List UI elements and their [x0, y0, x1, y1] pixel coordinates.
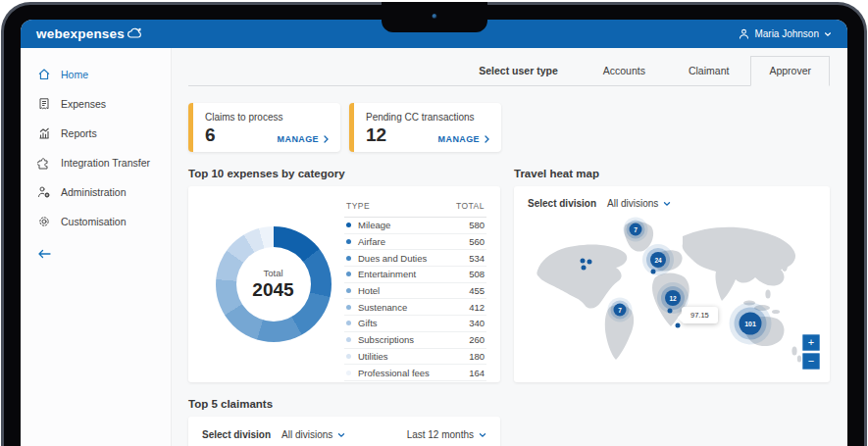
- chevron-down-icon: [663, 201, 671, 207]
- chevron-right-icon: [324, 135, 329, 143]
- map-box[interactable]: 97.15 + − 724127101: [528, 217, 816, 364]
- category-total: 580: [469, 220, 485, 230]
- sidebar-item-label: Administration: [61, 186, 127, 198]
- expense-table-body: Mileage580Airfare560Dues and Duties534En…: [344, 218, 486, 381]
- table-row: Airfare560: [344, 234, 486, 251]
- category-dot: [346, 256, 351, 261]
- puzzle-icon: [37, 156, 51, 170]
- map-point[interactable]: [587, 260, 592, 265]
- table-row: Dues and Duties534: [344, 250, 486, 267]
- table-row: Utilities180: [344, 349, 486, 366]
- category-total: 508: [469, 269, 485, 279]
- pending-cc-transactions-card: Pending CC transactions 12 MANAGE: [349, 103, 501, 152]
- user-gear-icon: [37, 185, 51, 199]
- chevron-down-icon: [824, 31, 832, 37]
- sidebar-item-administration[interactable]: Administration: [21, 177, 171, 207]
- category-total: 534: [469, 253, 485, 264]
- tab-claimant[interactable]: Claimant: [667, 57, 750, 85]
- donut-wrap: Total 2045: [202, 196, 344, 372]
- map-marker[interactable]: 24: [650, 252, 666, 268]
- manage-link[interactable]: MANAGE: [278, 134, 329, 144]
- tab-accounts[interactable]: Accounts: [582, 57, 667, 85]
- category-name: Subscriptions: [358, 334, 414, 345]
- category-dot: [346, 288, 351, 293]
- column-total: TOTAL: [456, 201, 485, 211]
- category-dot: [346, 337, 351, 342]
- claims-to-process-card: Claims to process 6 MANAGE: [188, 103, 340, 152]
- donut-total-value: 2045: [252, 279, 293, 301]
- user-name: Maria Johnson: [754, 28, 819, 39]
- map-zoom-controls: + −: [802, 334, 820, 370]
- map-marker[interactable]: 12: [665, 290, 681, 306]
- donut-center: Total 2045: [216, 226, 332, 342]
- category-dot: [346, 272, 351, 276]
- category-total: 340: [469, 318, 485, 328]
- sidebar-item-label: Integration Transfer: [61, 157, 150, 169]
- webcam-icon: [432, 14, 436, 19]
- table-row: Sustenance412: [344, 299, 486, 316]
- main-content: Select user type Accounts Claimant Appro…: [172, 48, 847, 446]
- zoom-out-button[interactable]: −: [802, 353, 820, 370]
- stat-card-value: 12: [366, 125, 386, 144]
- sidebar-item-customisation[interactable]: Customisation: [21, 207, 171, 236]
- table-row: Hotel455: [344, 283, 486, 300]
- manage-link[interactable]: MANAGE: [438, 134, 489, 144]
- home-icon: [37, 68, 51, 81]
- map-tooltip: 97.15: [682, 307, 718, 323]
- map-point[interactable]: [676, 323, 681, 328]
- category-dot: [346, 305, 351, 310]
- map-point[interactable]: [668, 309, 673, 314]
- sidebar-item-integration-transfer[interactable]: Integration Transfer: [21, 148, 171, 177]
- category-total: 412: [469, 302, 485, 313]
- sidebar-collapse-button[interactable]: [21, 236, 171, 273]
- expenses-panel: Total 2045 TYPE TOTAL Mileage580Airfare5…: [188, 186, 500, 382]
- receipt-icon: [37, 97, 51, 111]
- zoom-in-button[interactable]: +: [802, 334, 820, 351]
- category-total: 560: [469, 236, 485, 247]
- map-point[interactable]: [581, 259, 586, 264]
- claimants-panel: Select division All divisions Last 12 mo…: [188, 417, 500, 446]
- screen: webexpenses Maria Johnson Home Expenses …: [21, 20, 847, 446]
- map-point[interactable]: [582, 266, 587, 271]
- map-point[interactable]: [651, 270, 656, 274]
- category-name: Airfare: [358, 236, 385, 247]
- heatmap-section-title: Travel heat map: [514, 168, 830, 179]
- webexpenses-logo: webexpenses: [36, 26, 143, 41]
- sidebar-item-label: Reports: [61, 127, 97, 139]
- category-dot: [346, 354, 351, 359]
- map-marker[interactable]: 101: [740, 313, 762, 335]
- category-name: Dues and Duties: [358, 253, 427, 264]
- cloud-logo-icon: [127, 26, 143, 39]
- division-dropdown[interactable]: All divisions: [281, 429, 345, 440]
- sidebar-item-home[interactable]: Home: [21, 60, 171, 89]
- column-type: TYPE: [346, 201, 370, 211]
- select-division-label: Select division: [202, 429, 271, 440]
- arrow-left-icon: [37, 248, 52, 260]
- map-tooltip-value: 97.15: [690, 311, 709, 320]
- chevron-right-icon: [485, 135, 489, 143]
- sidebar-item-label: Customisation: [61, 216, 127, 227]
- category-name: Hotel: [358, 285, 380, 296]
- category-total: 260: [469, 334, 485, 345]
- tab-approver[interactable]: Approver: [750, 56, 830, 86]
- heatmap-panel: Select division All divisions: [514, 186, 830, 382]
- category-name: Utilities: [358, 351, 388, 362]
- sidebar-item-expenses[interactable]: Expenses: [21, 89, 171, 119]
- category-dot: [346, 223, 351, 227]
- map-marker[interactable]: 7: [630, 223, 642, 236]
- period-dropdown[interactable]: Last 12 months: [407, 429, 486, 440]
- donut-total-label: Total: [263, 268, 282, 278]
- stat-cards-row: Claims to process 6 MANAGE Pending CC tr…: [188, 103, 830, 152]
- category-dot: [346, 371, 351, 375]
- chevron-down-icon: [479, 432, 486, 438]
- expenses-section-title: Top 10 expenses by category: [188, 168, 500, 179]
- division-dropdown[interactable]: All divisions: [607, 198, 671, 209]
- bar-chart-icon: [37, 126, 51, 140]
- sidebar-item-reports[interactable]: Reports: [21, 119, 171, 148]
- stat-card-title: Claims to process: [205, 112, 329, 123]
- category-total: 180: [469, 351, 485, 362]
- table-row: Gifts340: [344, 316, 486, 332]
- category-name: Professional fees: [358, 368, 430, 378]
- user-menu[interactable]: Maria Johnson: [739, 28, 832, 39]
- map-marker[interactable]: 7: [614, 304, 627, 317]
